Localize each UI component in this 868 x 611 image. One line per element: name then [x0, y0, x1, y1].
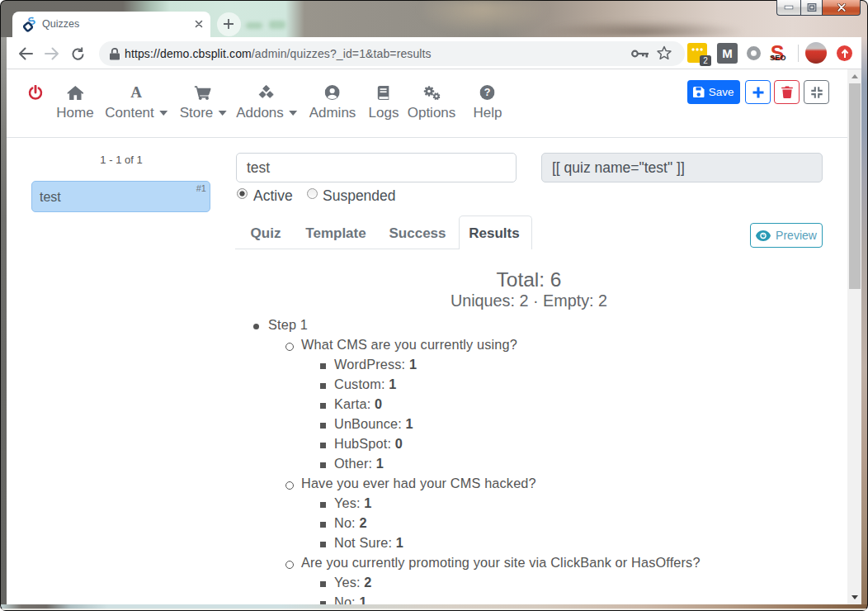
svg-text:?: ? [484, 87, 491, 98]
